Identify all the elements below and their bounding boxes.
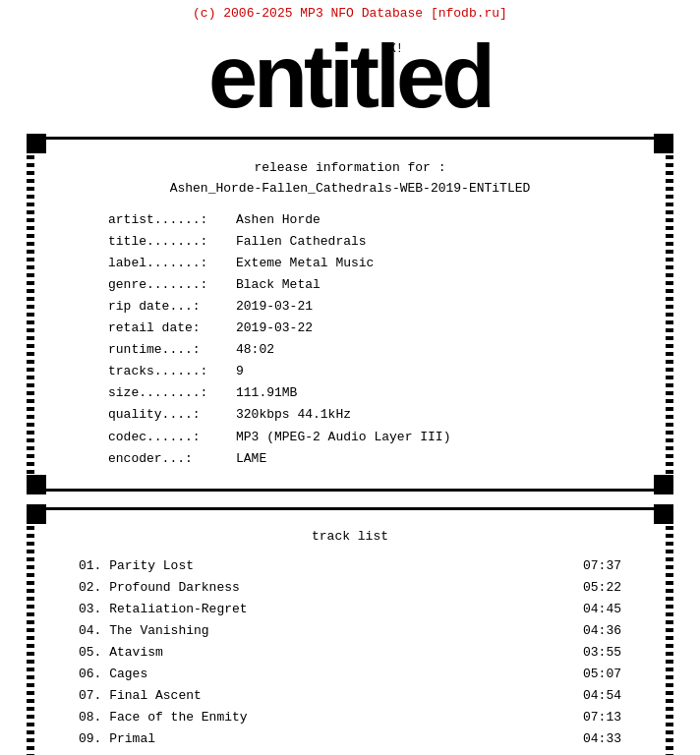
side-right <box>666 140 673 489</box>
track-row: 07. Final Ascent04:54 <box>69 685 631 707</box>
info-key: rip date...: <box>108 296 236 318</box>
info-row: runtime....: 48:02 <box>108 339 631 361</box>
track-row: 02. Profound Darkness05:22 <box>69 577 631 599</box>
track-duration: 04:45 <box>572 599 621 620</box>
info-key: quality....: <box>108 404 236 426</box>
track-duration: 04:36 <box>572 620 621 642</box>
release-info-section: release information for : Ashen_Horde-Fa… <box>29 137 671 492</box>
track-row: 03. Retaliation-Regret04:45 <box>69 599 631 620</box>
track-title: 05. Atavism <box>79 642 572 664</box>
track-title: 08. Face of the Enmity <box>79 707 572 728</box>
info-key: codec......: <box>108 427 236 448</box>
info-val: Exteme Metal Music <box>236 253 374 274</box>
info-row: size........: 111.91MB <box>108 382 631 404</box>
info-val: 2019-03-22 <box>236 318 313 339</box>
info-val: Fallen Cathedrals <box>236 231 367 253</box>
info-key: size........: <box>108 382 236 404</box>
info-key: runtime....: <box>108 339 236 361</box>
track-title: 09. Primal <box>79 728 572 750</box>
info-row: encoder...: LAME <box>108 448 631 470</box>
track-row: 04. The Vanishing04:36 <box>69 620 631 642</box>
info-key: retail date: <box>108 318 236 339</box>
track-title: 04. The Vanishing <box>79 620 572 642</box>
info-val: 9 <box>236 361 244 382</box>
info-row: codec......: MP3 (MPEG-2 Audio Layer III… <box>108 427 631 448</box>
track-duration: 03:55 <box>572 642 621 664</box>
track-title: 03. Retaliation-Regret <box>79 599 572 620</box>
info-key: encoder...: <box>108 448 236 470</box>
logo-text: entitled <box>208 32 492 121</box>
tracklist-title: track list <box>69 529 631 544</box>
copyright-text: (c) 2006-2025 MP3 NFO Database [nfodb.ru… <box>0 0 700 23</box>
tracklist-rows: 01. Parity Lost07:3702. Profound Darknes… <box>69 555 631 751</box>
track-row: 01. Parity Lost07:37 <box>69 555 631 577</box>
info-row: artist......: Ashen Horde <box>108 209 631 231</box>
info-val: 320kbps 44.1kHz <box>236 404 351 426</box>
info-val: MP3 (MPEG-2 Audio Layer III) <box>236 427 450 448</box>
info-key: label.......: <box>108 253 236 274</box>
release-info-title: release information for : Ashen_Horde-Fa… <box>69 158 631 200</box>
side-right <box>666 510 673 755</box>
track-row: 08. Face of the Enmity07:13 <box>69 707 631 728</box>
logo-container: entitled hX! <box>0 23 700 129</box>
info-table: artist......: Ashen Hordetitle.......: F… <box>69 209 631 470</box>
track-row: 09. Primal04:33 <box>69 728 631 750</box>
info-val: 48:02 <box>236 339 274 361</box>
track-row: 05. Atavism03:55 <box>69 642 631 664</box>
tracklist-section: track list 01. Parity Lost07:3702. Profo… <box>29 507 671 755</box>
side-left <box>27 140 34 489</box>
side-left <box>27 510 34 755</box>
info-key: title.......: <box>108 231 236 253</box>
track-duration: 07:37 <box>572 555 621 577</box>
info-val: Black Metal <box>236 274 321 296</box>
info-row: quality....: 320kbps 44.1kHz <box>108 404 631 426</box>
track-row: 06. Cages05:07 <box>69 664 631 685</box>
track-title: 02. Profound Darkness <box>79 577 572 599</box>
logo-tag: hX! <box>381 42 403 56</box>
info-key: artist......: <box>108 209 236 231</box>
track-title: 07. Final Ascent <box>79 685 572 707</box>
info-key: genre.......: <box>108 274 236 296</box>
info-key: tracks......: <box>108 361 236 382</box>
track-title: 06. Cages <box>79 664 572 685</box>
track-title: 01. Parity Lost <box>79 555 572 577</box>
info-row: genre.......: Black Metal <box>108 274 631 296</box>
info-row: title.......: Fallen Cathedrals <box>108 231 631 253</box>
info-val: 2019-03-21 <box>236 296 313 318</box>
info-val: LAME <box>236 448 266 470</box>
track-duration: 05:07 <box>572 664 621 685</box>
track-duration: 04:33 <box>572 728 621 750</box>
info-row: tracks......: 9 <box>108 361 631 382</box>
info-row: rip date...: 2019-03-21 <box>108 296 631 318</box>
info-val: 111.91MB <box>236 382 297 404</box>
track-duration: 05:22 <box>572 577 621 599</box>
info-val: Ashen Horde <box>236 209 321 231</box>
track-duration: 04:54 <box>572 685 621 707</box>
info-row: retail date: 2019-03-22 <box>108 318 631 339</box>
info-row: label.......: Exteme Metal Music <box>108 253 631 274</box>
track-duration: 07:13 <box>572 707 621 728</box>
